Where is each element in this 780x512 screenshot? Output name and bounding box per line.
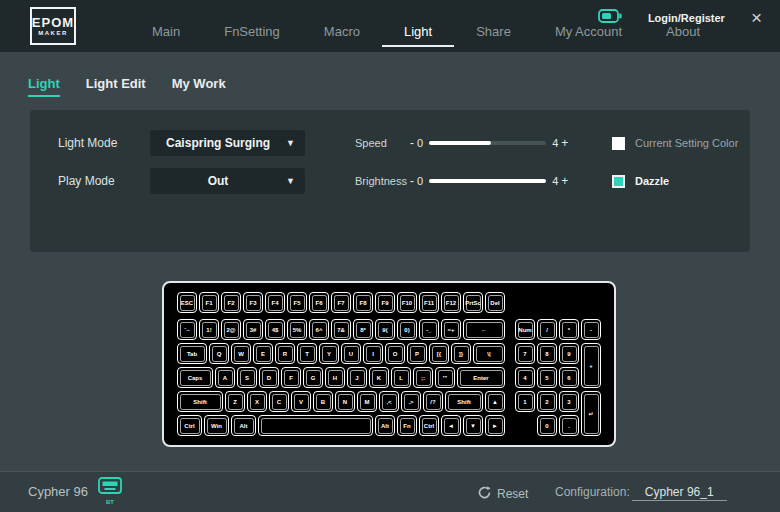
key-7[interactable]: 7& — [331, 319, 351, 340]
key-4[interactable]: 4$ — [265, 319, 285, 340]
nav-fnsetting[interactable]: FnSetting — [202, 24, 302, 47]
key-0[interactable]: 0 — [537, 415, 557, 436]
reset-button[interactable]: Reset — [478, 485, 528, 503]
key-o[interactable]: O — [385, 343, 405, 364]
key-sym[interactable]: \| — [473, 343, 505, 364]
key-b[interactable]: B — [313, 391, 333, 412]
key-7[interactable]: 7 — [515, 343, 535, 364]
key-f10[interactable]: F10 — [397, 292, 417, 313]
key-caps[interactable]: Caps — [177, 367, 213, 388]
key-ctrl[interactable]: Ctrl — [419, 415, 439, 436]
key-f11[interactable]: F11 — [419, 292, 439, 313]
key-x[interactable]: X — [247, 391, 267, 412]
key-y[interactable]: Y — [319, 343, 339, 364]
dazzle-checkbox[interactable] — [612, 175, 625, 188]
key-sym[interactable]: `~ — [177, 319, 197, 340]
key-prtsc[interactable]: PrtSc — [463, 292, 483, 313]
nav-my-account[interactable]: My Account — [533, 24, 644, 47]
key-w[interactable]: W — [231, 343, 251, 364]
key-l[interactable]: L — [391, 367, 411, 388]
speed-slider[interactable] — [429, 141, 546, 145]
speed-decrease-button[interactable]: - — [407, 136, 417, 150]
key-f2[interactable]: F2 — [221, 292, 241, 313]
key-3[interactable]: 3 — [559, 391, 579, 412]
key-c[interactable]: C — [269, 391, 289, 412]
dazzle-option[interactable]: Dazzle — [612, 168, 669, 194]
key-f[interactable]: F — [281, 367, 301, 388]
key-6[interactable]: 6^ — [309, 319, 329, 340]
key-f1[interactable]: F1 — [199, 292, 219, 313]
key-3[interactable]: 3# — [243, 319, 263, 340]
current-setting-color-swatch[interactable] — [612, 137, 625, 150]
key-8[interactable]: 8* — [353, 319, 373, 340]
nav-macro[interactable]: Macro — [302, 24, 382, 47]
key-sym[interactable]: ↵ — [581, 391, 601, 436]
key-sym[interactable]: * — [559, 319, 579, 340]
tab-light-edit[interactable]: Light Edit — [86, 76, 146, 97]
key-h[interactable]: H — [325, 367, 345, 388]
key-sym[interactable]: / — [537, 319, 557, 340]
key-f7[interactable]: F7 — [331, 292, 351, 313]
key-f4[interactable]: F4 — [265, 292, 285, 313]
key-f9[interactable]: F9 — [375, 292, 395, 313]
key-2[interactable]: 2 — [537, 391, 557, 412]
key-0[interactable]: 0) — [397, 319, 417, 340]
key-r[interactable]: R — [275, 343, 295, 364]
key-q[interactable]: Q — [209, 343, 229, 364]
light-mode-dropdown[interactable]: Caispring Surging ▼ — [150, 130, 305, 156]
key-9[interactable]: 9 — [559, 343, 579, 364]
nav-about[interactable]: About — [644, 24, 722, 47]
key-alt[interactable]: Alt — [375, 415, 395, 436]
key-z[interactable]: Z — [225, 391, 245, 412]
key-1[interactable]: 1 — [515, 391, 535, 412]
key-alt[interactable]: Alt — [231, 415, 256, 436]
key-2[interactable]: 2@ — [221, 319, 241, 340]
key-sym[interactable]: '" — [435, 367, 455, 388]
key-shift[interactable]: Shift — [177, 391, 223, 412]
key-space[interactable] — [258, 415, 373, 436]
key-8[interactable]: 8 — [537, 343, 557, 364]
key-d[interactable]: D — [259, 367, 279, 388]
key-tab[interactable]: Tab — [177, 343, 207, 364]
key-v[interactable]: V — [291, 391, 311, 412]
key-j[interactable]: J — [347, 367, 367, 388]
key-e[interactable]: E — [253, 343, 273, 364]
play-mode-dropdown[interactable]: Out ▼ — [150, 168, 305, 194]
configuration-name-input[interactable]: Cypher 96_1 — [632, 485, 727, 501]
bluetooth-device-button[interactable]: BT — [98, 477, 122, 505]
key-win[interactable]: Win — [204, 415, 229, 436]
key-sym[interactable]: =+ — [441, 319, 461, 340]
key-f5[interactable]: F5 — [287, 292, 307, 313]
key-enter[interactable]: Enter — [457, 367, 505, 388]
key-5[interactable]: 5% — [287, 319, 307, 340]
key-u[interactable]: U — [341, 343, 361, 364]
key-sym[interactable]: ,< — [379, 391, 399, 412]
key-n[interactable]: N — [335, 391, 355, 412]
key-sym[interactable]: ]} — [451, 343, 471, 364]
key-9[interactable]: 9( — [375, 319, 395, 340]
login-register-link[interactable]: Login/Register — [648, 12, 725, 24]
tab-light[interactable]: Light — [28, 76, 60, 97]
key-num[interactable]: Num — [515, 319, 535, 340]
brightness-slider[interactable] — [429, 179, 546, 183]
key-f6[interactable]: F6 — [309, 292, 329, 313]
nav-main[interactable]: Main — [130, 24, 202, 47]
key-sym[interactable]: ► — [485, 415, 505, 436]
key-sym[interactable]: - — [581, 319, 601, 340]
current-setting-color-option[interactable]: Current Setting Color — [612, 130, 738, 156]
speed-increase-button[interactable]: + — [558, 136, 571, 150]
key-f3[interactable]: F3 — [243, 292, 263, 313]
key-t[interactable]: T — [297, 343, 317, 364]
key-m[interactable]: M — [357, 391, 377, 412]
key-sym[interactable]: ▲ — [485, 391, 505, 412]
key-sym[interactable]: /? — [423, 391, 443, 412]
close-icon[interactable]: × — [751, 10, 762, 26]
key-4[interactable]: 4 — [515, 367, 535, 388]
key-i[interactable]: I — [363, 343, 383, 364]
key-g[interactable]: G — [303, 367, 323, 388]
nav-share[interactable]: Share — [454, 24, 533, 47]
key-sym[interactable]: -_ — [419, 319, 439, 340]
key-6[interactable]: 6 — [559, 367, 579, 388]
key-s[interactable]: S — [237, 367, 257, 388]
key-sym[interactable]: [{ — [429, 343, 449, 364]
